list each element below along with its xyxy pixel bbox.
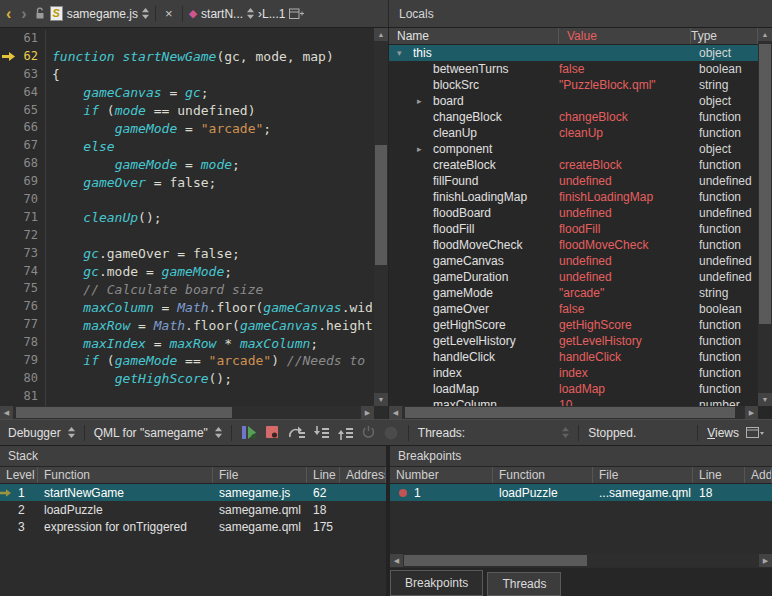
locals-row[interactable]: ▸boardobject (389, 93, 758, 109)
code-line[interactable]: 73 gc.gameOver = false; (0, 245, 374, 263)
locals-row[interactable]: maxColumn10number (389, 397, 758, 406)
step-out-button[interactable] (337, 426, 354, 440)
code-line[interactable]: 65 if (mode == undefined) (0, 102, 374, 120)
scrollbar-thumb[interactable] (16, 407, 232, 418)
tab-threads[interactable]: Threads (487, 572, 561, 596)
locals-row[interactable]: cleanUpcleanUpfunction (389, 125, 758, 141)
stack-row[interactable]: 1startNewGamesamegame.js62 (0, 484, 386, 501)
column-header-function[interactable]: Function (38, 467, 213, 483)
scrollbar-thumb[interactable] (375, 145, 387, 265)
scroll-down-button[interactable]: ▼ (374, 393, 388, 406)
code-content[interactable]: // Calculate board size (46, 282, 263, 297)
code-content[interactable]: gc.gameOver = false; (46, 246, 240, 261)
column-header-name[interactable]: Name (389, 28, 559, 44)
code-content[interactable]: if (gameMode == "arcade") //Needs to (46, 353, 365, 368)
step-into-button[interactable] (313, 426, 330, 440)
scrollbar-thumb[interactable] (759, 44, 771, 324)
scroll-up-button[interactable]: ▲ (758, 28, 772, 41)
code-line[interactable]: 79 if (gameMode == "arcade") //Needs to (0, 352, 374, 370)
breakpoints-horizontal-scrollbar[interactable]: ◀ ▶ (390, 554, 772, 567)
column-header-line[interactable]: Line (693, 467, 745, 483)
column-header-level[interactable]: Level (0, 467, 38, 483)
locals-row[interactable]: gameCanvasundefinedundefined (389, 253, 758, 269)
column-header-addre[interactable]: Addre (745, 467, 772, 483)
breakpoint-row[interactable]: 1loadPuzzle...samegame.qml18 (390, 484, 772, 501)
code-line[interactable]: 68 gameMode = mode; (0, 155, 374, 173)
code-line[interactable]: 74 gc.mode = gameMode; (0, 263, 374, 281)
line-number[interactable]: 62 (16, 48, 46, 66)
line-number[interactable]: 75 (16, 280, 46, 298)
expander-icon[interactable]: ▸ (417, 144, 433, 154)
locals-row[interactable]: createBlockcreateBlockfunction (389, 157, 758, 173)
continue-button[interactable] (241, 425, 258, 440)
code-content[interactable]: getHighScore(); (46, 371, 232, 386)
scroll-left-button[interactable]: ◀ (0, 406, 13, 419)
code-content[interactable]: maxColumn = Math.floor(gameCanvas.wid (46, 300, 373, 315)
scroll-right-button[interactable]: ▶ (361, 406, 374, 419)
code-content[interactable]: gameOver = false; (46, 175, 216, 190)
scroll-right-button[interactable]: ▶ (759, 554, 772, 567)
debug-target-selector[interactable]: QML for "samegame" (94, 426, 208, 440)
code-content[interactable]: function startNewGame(gc, mode, map) (46, 49, 334, 64)
code-line[interactable]: 72 (0, 227, 374, 245)
back-button[interactable]: ‹ (3, 6, 14, 22)
line-number[interactable]: 65 (16, 102, 46, 120)
code-content[interactable]: if (mode == undefined) (46, 103, 256, 118)
line-indicator[interactable]: ›L...1 (258, 7, 285, 21)
line-number[interactable]: 77 (16, 316, 46, 334)
line-number[interactable]: 78 (16, 334, 46, 352)
debugger-perspective-selector[interactable]: Debugger (8, 426, 61, 440)
code-editor[interactable]: 6162function startNewGame(gc, mode, map)… (0, 28, 388, 419)
line-number[interactable]: 69 (16, 173, 46, 191)
column-header-address[interactable]: Address (340, 467, 386, 483)
locals-row[interactable]: fillFoundundefinedundefined (389, 173, 758, 189)
locals-tree[interactable]: ▾thisobjectbetweenTurnsfalsebooleanblock… (389, 45, 758, 406)
code-line[interactable]: 76 maxColumn = Math.floor(gameCanvas.wid (0, 298, 374, 316)
scroll-down-button[interactable]: ▼ (758, 393, 772, 406)
code-content[interactable]: cleanUp(); (46, 210, 162, 225)
editor-vertical-scrollbar[interactable]: ▲ ▼ (374, 28, 388, 406)
locals-row[interactable]: gameOverfalseboolean (389, 301, 758, 317)
locals-vertical-scrollbar[interactable]: ▲ ▼ (758, 28, 772, 406)
code-content[interactable]: gc.mode = gameMode; (46, 264, 232, 279)
locals-row[interactable]: indexindexfunction (389, 365, 758, 381)
locals-row[interactable]: ▾thisobject (389, 45, 758, 61)
locals-row[interactable]: gameMode"arcade"string (389, 285, 758, 301)
column-header-type[interactable]: Type (691, 28, 758, 44)
execution-pointer-icon[interactable] (0, 52, 16, 61)
code-line[interactable]: 75 // Calculate board size (0, 280, 374, 298)
line-number[interactable]: 67 (16, 137, 46, 155)
locals-row[interactable]: loadMaploadMapfunction (389, 381, 758, 397)
locals-row[interactable]: floodBoardundefinedundefined (389, 205, 758, 221)
locals-column-header[interactable]: NameValueType (389, 28, 758, 45)
line-number[interactable]: 76 (16, 298, 46, 316)
code-line[interactable]: 62function startNewGame(gc, mode, map) (0, 48, 374, 66)
line-number[interactable]: 73 (16, 245, 46, 263)
locals-row[interactable]: getLevelHistorygetLevelHistoryfunction (389, 333, 758, 349)
threads-dropdown-arrows-icon[interactable] (562, 427, 569, 438)
column-header-line[interactable]: Line (307, 467, 340, 483)
code-line[interactable]: 81 (0, 388, 374, 406)
code-line[interactable]: 71 cleanUp(); (0, 209, 374, 227)
code-area[interactable]: 6162function startNewGame(gc, mode, map)… (0, 28, 374, 406)
code-line[interactable]: 70 (0, 191, 374, 209)
code-line[interactable]: 78 maxIndex = maxRow * maxColumn; (0, 334, 374, 352)
locals-row[interactable]: ▸componentobject (389, 141, 758, 157)
breakpoints-column-header[interactable]: NumberFunctionFileLineAddre (390, 467, 772, 484)
interrupt-button[interactable] (265, 425, 280, 440)
line-number[interactable]: 66 (16, 119, 46, 137)
column-header-file[interactable]: File (213, 467, 307, 483)
scroll-right-button[interactable]: ▶ (745, 406, 758, 419)
line-number[interactable]: 63 (16, 66, 46, 84)
locals-row[interactable]: getHighScoregetHighScorefunction (389, 317, 758, 333)
code-line[interactable]: 80 getHighScore(); (0, 370, 374, 388)
views-menu-button[interactable]: Views (707, 426, 739, 440)
locals-row[interactable]: finishLoadingMapfinishLoadingMapfunction (389, 189, 758, 205)
column-header-function[interactable]: Function (493, 467, 593, 483)
locals-row[interactable]: gameDurationundefinedundefined (389, 269, 758, 285)
lock-icon[interactable] (34, 7, 46, 20)
file-dropdown-arrows-icon[interactable] (142, 8, 149, 19)
open-file-tab[interactable]: samegame.js (67, 7, 138, 21)
code-line[interactable]: 61 (0, 30, 374, 48)
line-number[interactable]: 64 (16, 84, 46, 102)
